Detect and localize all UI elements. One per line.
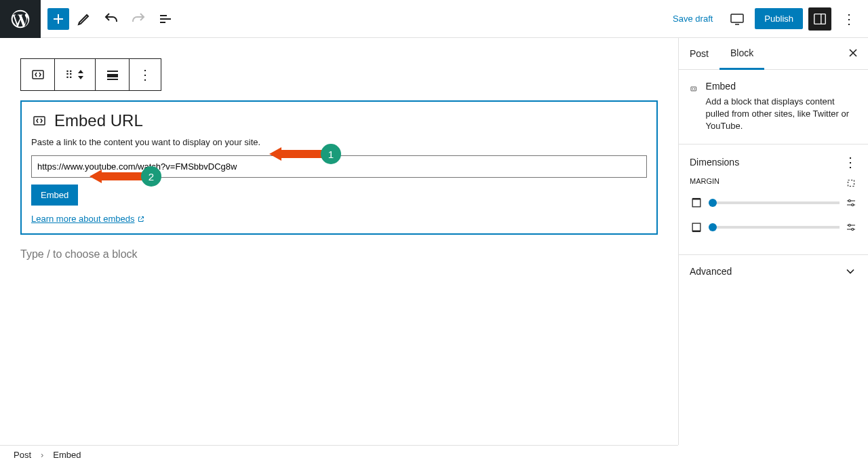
publish-button[interactable]: Publish <box>755 8 803 29</box>
svg-point-15 <box>848 224 850 226</box>
block-placeholder[interactable]: Type / to choose a block <box>20 248 658 260</box>
embed-submit-button[interactable]: Embed <box>31 185 78 206</box>
toolbar-left <box>41 7 178 31</box>
svg-rect-4 <box>107 74 118 77</box>
learn-more-link[interactable]: Learn more about embeds <box>31 214 145 224</box>
margin-top-slider[interactable] <box>690 196 857 210</box>
block-info-title: Embed <box>706 81 857 92</box>
svg-rect-5 <box>107 79 118 80</box>
align-button[interactable] <box>96 59 130 90</box>
margin-label: MARGIN <box>690 177 719 189</box>
add-block-button[interactable] <box>47 8 69 30</box>
sidebar-block-info: Embed Add a block that displays content … <box>679 70 868 144</box>
dimensions-title: Dimensions <box>690 157 739 168</box>
settings-sidebar: Post Block Embed Add a block that displa… <box>678 38 868 445</box>
dimensions-options-button[interactable] <box>844 154 857 170</box>
embed-block: Embed URL Paste a link to the content yo… <box>20 100 658 235</box>
redo-button[interactable] <box>126 7 151 31</box>
block-info-desc: Add a block that displays content pulled… <box>706 96 857 133</box>
outline-button[interactable] <box>153 7 178 31</box>
breadcrumb-bar: Post › Embed <box>0 445 678 464</box>
move-arrows[interactable] <box>76 69 85 81</box>
unlink-icon[interactable] <box>845 177 857 189</box>
close-sidebar-button[interactable] <box>846 46 860 62</box>
chevron-down-icon <box>844 265 857 278</box>
wordpress-logo[interactable] <box>0 0 41 38</box>
svg-rect-3 <box>107 71 118 72</box>
block-toolbar <box>20 58 161 91</box>
external-link-icon <box>137 215 145 223</box>
save-draft-button[interactable]: Save draft <box>666 9 719 28</box>
svg-rect-7 <box>691 87 696 91</box>
svg-rect-8 <box>848 180 854 186</box>
margin-bottom-slider[interactable] <box>690 220 857 234</box>
undo-button[interactable] <box>99 7 123 31</box>
toolbar-right: Save draft Publish <box>666 7 868 31</box>
advanced-section[interactable]: Advanced <box>679 255 868 288</box>
block-drag-handle[interactable] <box>55 59 96 90</box>
main-area: Embed URL Paste a link to the content yo… <box>0 38 868 445</box>
more-options-button[interactable] <box>837 7 861 31</box>
top-bar: Save draft Publish <box>0 0 868 38</box>
margin-bottom-icon <box>690 220 703 234</box>
embed-icon <box>31 113 47 129</box>
edit-mode-button[interactable] <box>72 7 96 31</box>
margin-top-icon <box>690 196 703 210</box>
svg-rect-2 <box>33 71 43 79</box>
embed-icon <box>690 81 698 97</box>
svg-rect-1 <box>814 14 826 24</box>
tab-block[interactable]: Block <box>719 38 764 70</box>
block-more-button[interactable] <box>130 59 161 90</box>
breadcrumb-embed[interactable]: Embed <box>53 450 81 460</box>
slider-settings-icon[interactable] <box>845 221 857 233</box>
block-type-button[interactable] <box>21 59 55 90</box>
svg-rect-9 <box>692 199 701 207</box>
breadcrumb-separator: › <box>41 450 43 460</box>
sidebar-tabs: Post Block <box>679 38 868 70</box>
svg-rect-13 <box>692 223 701 231</box>
svg-point-12 <box>852 204 854 206</box>
svg-rect-6 <box>34 117 45 125</box>
embed-title: Embed URL <box>54 111 143 130</box>
dimensions-section: Dimensions MARGIN <box>679 144 868 255</box>
breadcrumb-post[interactable]: Post <box>14 450 31 460</box>
editor-canvas: Embed URL Paste a link to the content yo… <box>0 38 678 445</box>
embed-url-input[interactable] <box>31 155 647 178</box>
svg-point-11 <box>848 199 850 201</box>
sidebar-toggle-button[interactable] <box>808 7 831 31</box>
svg-point-16 <box>852 228 854 230</box>
svg-rect-0 <box>731 14 743 22</box>
preview-button[interactable] <box>725 7 749 31</box>
tab-post[interactable]: Post <box>679 39 719 69</box>
slider-settings-icon[interactable] <box>845 197 857 209</box>
drag-icon <box>65 69 73 81</box>
embed-description: Paste a link to the content you want to … <box>31 137 647 147</box>
